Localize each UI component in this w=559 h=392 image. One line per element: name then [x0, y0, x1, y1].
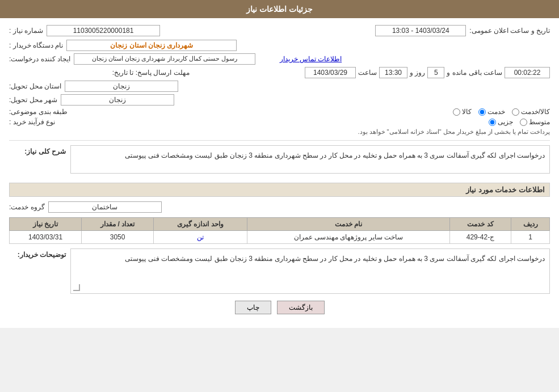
col-name: نام خدمت — [247, 218, 449, 231]
cell-name: ساخت سایر پروژههای مهندسی عمران — [247, 231, 449, 244]
shahr-tahvil-value: زنجان — [61, 94, 174, 106]
page-header: جزئیات اطلاعات نیاز — [0, 0, 559, 18]
ostan-tahvil-value: زنجان — [65, 81, 178, 92]
roz-label-and: و — [447, 69, 450, 77]
radio-motavaset-input[interactable] — [520, 119, 527, 126]
print-button[interactable]: چاپ — [235, 301, 271, 314]
back-button[interactable]: بازگشت — [277, 301, 325, 314]
col-quantity: تعداد / مقدار — [82, 218, 154, 231]
roz-label: روز و — [410, 69, 425, 77]
etelaat-link[interactable]: اطلاعات تماس خریدار — [280, 55, 342, 63]
divider-1 — [9, 140, 550, 141]
shomara-niaz-label: شماره نیاز : — [9, 27, 43, 35]
shomara-niaz-value: 1103005220000181 — [47, 25, 160, 36]
tabaghebandi-radio-group: کالا/خدمت خدمت کالا — [453, 108, 550, 116]
cell-radif: 1 — [511, 231, 550, 244]
ijad-konande-value: رسول حسنی کمال کاربرداز شهرداری زنجان اس… — [74, 53, 255, 65]
tarikh-value: 1403/03/29 — [305, 67, 356, 78]
cell-code: ج-42-429 — [449, 231, 511, 244]
ijad-konande-label: ایجاد کننده درخواست: — [9, 55, 70, 63]
button-row: بازگشت چاپ — [9, 301, 550, 321]
cell-quantity: 3050 — [82, 231, 154, 244]
nooe-farayand-label: نوع فرآیند خرید : — [9, 118, 55, 126]
cell-unit: تن — [154, 231, 247, 244]
baqi-label: ساعت باقی مانده — [452, 69, 502, 77]
gorooh-label: گروه خدمت: — [9, 203, 45, 211]
gorooh-value: ساختمان — [48, 201, 162, 213]
radio-kala-khedmat-label: کالا/خدمت — [521, 108, 550, 116]
mohlat-label: مهلت ارسال پاسخ: تا تاریخ: — [112, 69, 190, 77]
col-date: تاریخ نیاز — [10, 218, 82, 231]
radio-motavaset-label: متوسط — [529, 118, 550, 126]
tarikh-aalan-label: تاریخ و ساعت اعلان عمومی: — [469, 27, 550, 35]
radio-kala-input[interactable] — [453, 108, 460, 116]
services-table: ردیف کد خدمت نام خدمت واحد اندازه گیری ت… — [9, 217, 550, 244]
sharh-label: شرح کلی نیاز: — [24, 147, 66, 155]
col-radif: ردیف — [511, 218, 550, 231]
radio-khedmat-label: خدمت — [487, 108, 505, 116]
tabaghebandi-label: طبقه بندی موضوعی: — [9, 108, 68, 116]
saat-label: ساعت — [358, 69, 377, 77]
radio-jozvi-input[interactable] — [489, 119, 496, 126]
saat-value: 13:30 — [379, 67, 407, 78]
tozi-label: توضیحات خریدار: — [18, 251, 66, 259]
sharh-value: درخواست اجرای لکه گیری آسفالت سری 3 به ه… — [70, 145, 550, 174]
radio-kala: کالا — [453, 108, 472, 116]
nam-dastgah-value: شهرداری زنجان استان زنجان — [66, 40, 237, 51]
radio-kala-label: کالا — [462, 108, 472, 116]
ostan-tahvil-label: استان محل تحویل: — [9, 82, 61, 90]
nam-dastgah-label: نام دستگاه خریدار : — [9, 41, 63, 49]
cell-date: 1403/03/31 — [10, 231, 82, 244]
radio-kala-khedmat-input[interactable] — [512, 108, 519, 116]
col-unit: واحد اندازه گیری — [154, 218, 247, 231]
baqi-value: 00:02:22 — [505, 67, 550, 78]
roz-value: 5 — [427, 67, 444, 78]
farayand-note: پرداخت تمام یا بخشی از مبلغ خریدار محل "… — [358, 128, 550, 136]
shahr-tahvil-label: شهر محل تحویل: — [9, 96, 57, 104]
header-title: جزئیات اطلاعات نیاز — [246, 5, 313, 14]
farayand-radio-group: متوسط جزیی — [489, 118, 550, 126]
services-section-title: اطلاعات خدمات مورد نیاز — [9, 183, 550, 197]
radio-jozvi-label: جزیی — [498, 118, 513, 126]
radio-jozvi: جزیی — [489, 118, 513, 126]
radio-motavaset: متوسط — [520, 118, 550, 126]
tarikh-aalan-value: 1403/03/24 - 13:03 — [375, 25, 466, 36]
tozi-value: درخواست اجرای لکه گیری آسفالت سری 3 به ه… — [70, 248, 550, 294]
col-code: کد خدمت — [449, 218, 511, 231]
table-row: 1ج-42-429ساخت سایر پروژههای مهندسی عمران… — [10, 231, 550, 244]
radio-kala-khedmat: کالا/خدمت — [512, 108, 550, 116]
radio-khedmat: خدمت — [478, 108, 505, 116]
radio-khedmat-input[interactable] — [478, 108, 486, 116]
